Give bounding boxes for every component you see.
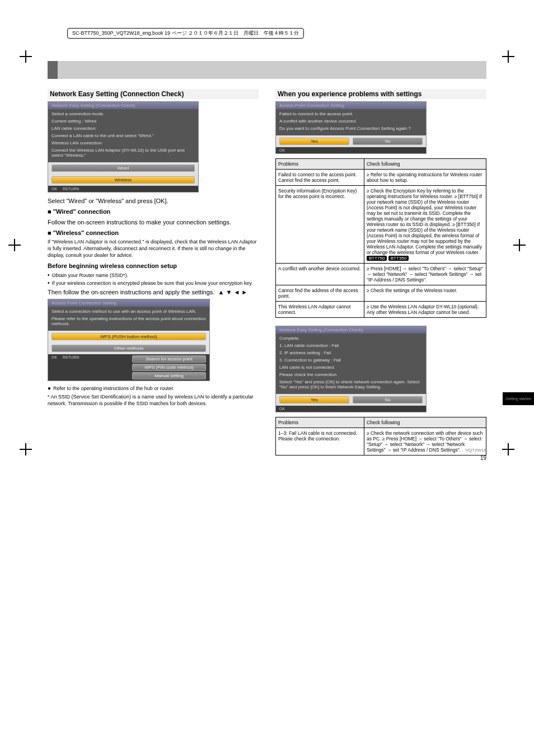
dialog-title: Access Point Connection Setting xyxy=(48,299,209,307)
instruction-text: Then follow the on-screen instructions a… xyxy=(48,288,259,297)
dialog-text: Wireless LAN connection: xyxy=(51,140,195,145)
btn-no[interactable]: No xyxy=(353,138,423,145)
wired-heading: ■ "Wired" connection xyxy=(48,208,259,216)
cell-check: ≥ Check the settings of the Wireless rou… xyxy=(364,285,486,302)
btn-wired[interactable]: Wired xyxy=(51,165,195,172)
cell-check: ≥ Use the Wireless LAN Adaptor DY-WL10 (… xyxy=(364,302,486,318)
dialog-title: Network Easy Setting (Connection Check) xyxy=(48,102,198,109)
cell-problem: Security information (Encryption Key) fo… xyxy=(276,186,364,264)
dialog-text: 2. IP address setting : Fail xyxy=(279,350,423,355)
th-problems: Problems xyxy=(276,159,364,170)
btn-wps-pin[interactable]: WPS (PIN code method) xyxy=(132,364,206,371)
instruction-text: If "Wireless LAN Adaptor is not connecte… xyxy=(48,239,259,259)
ok-label: OK xyxy=(51,187,57,191)
btn-wireless[interactable]: Wireless xyxy=(51,176,195,184)
dialog-text: Complete. xyxy=(279,336,423,341)
th-problems: Problems xyxy=(276,417,364,428)
footnote-ssid: * An SSID (Service Set IDentification) i… xyxy=(48,394,259,407)
btn-search-ap[interactable]: Search for access point xyxy=(132,355,206,363)
dialog-text: Do you want to configure Access Point Co… xyxy=(279,126,423,131)
dialog-text: Please check the connection. xyxy=(279,372,423,377)
ok-label: OK xyxy=(279,148,285,152)
dialog-text: Connect the Wireless LAN Adaptor (DY-WL1… xyxy=(51,148,195,158)
cell-problem: Cannot find the address of the access po… xyxy=(276,285,364,302)
cell-check: ≥ Refer to the operating instructions fo… xyxy=(364,170,486,186)
dialog-connection-mode: Network Easy Setting (Connection Check) … xyxy=(48,101,199,192)
dialog-text: LAN cable connection: xyxy=(51,126,195,131)
side-tab: Getting started xyxy=(503,392,534,405)
note-text: Refer to the operating instructions of t… xyxy=(53,386,174,392)
btn-yes[interactable]: Yes xyxy=(279,138,349,145)
bullet-text: Obtain your Router name (SSID*). xyxy=(52,273,129,279)
dialog-title: Network Easy Setting (Connection Check) xyxy=(276,326,426,334)
instruction-text: Follow the on-screen instructions to mak… xyxy=(48,218,259,227)
th-check: Check following xyxy=(364,159,486,170)
dialog-text: Select "Yes" and press [OK] to check net… xyxy=(279,379,423,389)
section-title-bar xyxy=(48,61,486,79)
trouble-table-wired: Problems Check following 1–3: Fail LAN c… xyxy=(275,417,486,456)
btn-no[interactable]: No xyxy=(353,396,423,403)
dialog-text: LAN cable is not connected. xyxy=(279,365,423,370)
model-badge: BTT750 xyxy=(367,256,387,261)
subhead-wireless-problems: When you experience problems with settin… xyxy=(275,89,486,99)
dialog-ap-fail: Access Point Connection Setting Failed t… xyxy=(275,101,427,154)
running-header: SC-BTT750_350P_VQT2W18_eng.book 19 ページ ２… xyxy=(67,28,304,39)
th-check: Check following xyxy=(364,417,486,428)
trouble-table-wireless: Problems Check following Failed to conne… xyxy=(275,158,486,318)
model-badge: BTT350 xyxy=(388,256,409,261)
cell-check: ≥ Check the Encryption Key by referring … xyxy=(364,186,486,264)
cell-problem: 1–3: Fail LAN cable is not connected. Pl… xyxy=(276,428,364,456)
cell-problem: Failed to connect to the access point. C… xyxy=(276,170,364,186)
dialog-conn-check-fail: Network Easy Setting (Connection Check) … xyxy=(275,326,427,412)
dialog-title: Access Point Connection Setting xyxy=(276,102,426,109)
cell-problem: A conflict with another device occurred. xyxy=(276,264,364,285)
dialog-text: A conflict with another device occurred. xyxy=(279,119,423,124)
dialog-text: Select a connection mode. xyxy=(51,111,195,116)
dialog-text: Current setting : Wired xyxy=(51,119,195,124)
return-label: RETURN xyxy=(63,187,79,191)
return-label: RETURN xyxy=(63,355,79,359)
btn-manual[interactable]: Manual setting xyxy=(132,372,206,379)
dialog-text: Failed to connect to the access point. xyxy=(279,111,423,116)
instruction-text: Before beginning wireless connection set… xyxy=(48,262,259,270)
dialog-text: Please refer to the operating instructio… xyxy=(51,316,206,326)
ok-label: OK xyxy=(51,355,57,359)
dialog-text: Connect a LAN cable to the unit and sele… xyxy=(51,133,195,138)
dialog-text: Select a connection method to use with a… xyxy=(51,309,206,314)
cell-problem: This Wireless LAN Adaptor cannot connect… xyxy=(276,302,364,318)
page-number: 19 xyxy=(480,455,486,461)
bullet-text: If your wireless connection is encrypted… xyxy=(52,280,253,287)
dialog-text: 3. Connection to gateway : Fail xyxy=(279,358,423,363)
dialog-access-point: Access Point Connection Setting Select a… xyxy=(48,299,210,381)
instruction-text: Select "Wired" or "Wireless" and press [… xyxy=(48,197,259,205)
subhead-connection-check: Network Easy Setting (Connection Check) xyxy=(48,89,259,99)
arrow-glyphs: ▲ ▼ ◄ ► xyxy=(218,289,248,295)
cell-check: ≥ Press [HOME] → select "To Others" → se… xyxy=(364,264,486,285)
dialog-text: 1. LAN cable connection : Fail xyxy=(279,343,423,348)
btn-other-methods[interactable]: Other methods xyxy=(51,345,206,352)
ok-label: OK xyxy=(279,407,285,411)
btn-yes[interactable]: Yes xyxy=(279,396,349,403)
footer-code: VQT2W18 xyxy=(466,448,486,453)
wireless-heading: ■ "Wireless" connection xyxy=(48,229,259,237)
btn-wps-push[interactable]: WPS (PUSH button method) xyxy=(51,333,206,340)
